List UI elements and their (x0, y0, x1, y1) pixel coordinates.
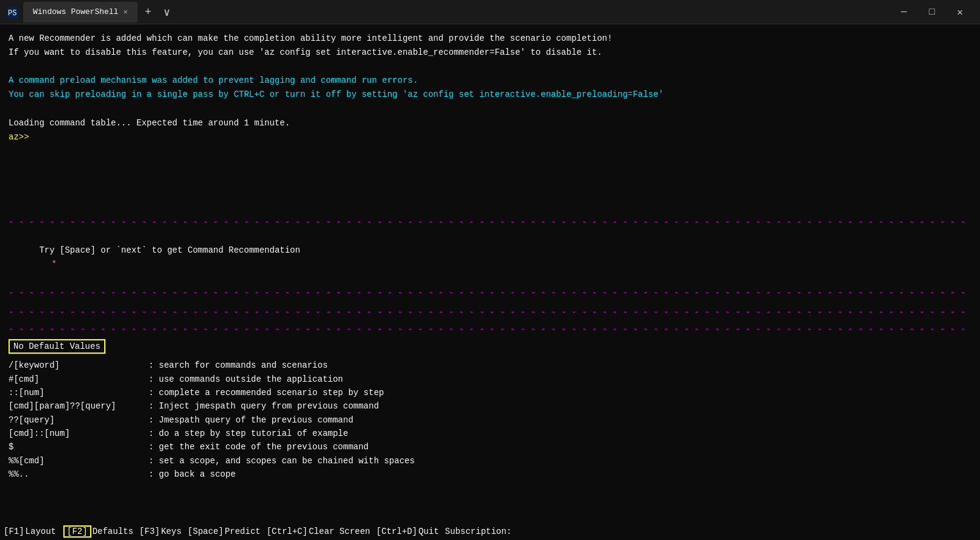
tab-container: Windows PowerShell ✕ + ∨ (23, 2, 175, 23)
predict-label: Predict (225, 527, 261, 536)
f1-key: [F1] (4, 527, 24, 536)
layout-label: Layout (26, 527, 56, 536)
f3-key: [F3] (139, 527, 160, 536)
svg-text:PS: PS (8, 9, 16, 18)
help-key-2: ::[num] (9, 386, 149, 399)
help-desc-7: : set a scope, and scopes can be chained… (149, 454, 415, 468)
recommendation-line: Try [Space] or `next` to get Command Rec… (9, 230, 971, 286)
separator-line-2: - - - - - - - - - - - - - - - - - - - - … (9, 288, 971, 298)
help-row-1: #[cmd] : use commands outside the applic… (9, 373, 971, 386)
help-desc-1: : use commands outside the application (149, 373, 343, 386)
separator-area-2: - - - - - - - - - - - - - - - - - - - - … (9, 307, 971, 317)
help-row-3: [cmd][param]??[query] : Inject jmespath … (9, 399, 971, 413)
ctrld-key: [Ctrl+D] (376, 527, 417, 536)
help-desc-0: : search for commands and scenarios (149, 359, 328, 372)
title-bar-left: PS Windows PowerShell ✕ + ∨ (6, 2, 890, 23)
no-defaults-section: - - - - - - - - - - - - - - - - - - - - … (9, 324, 971, 482)
space-key: [Space] (188, 527, 224, 536)
help-row-5: [cmd]::[num] : do a step by step tutoria… (9, 427, 971, 440)
defaults-label: Defaults (93, 527, 133, 536)
powershell-icon: PS (6, 6, 18, 18)
maximize-button[interactable]: □ (918, 0, 946, 24)
ctrlc-key: [Ctrl+C] (267, 527, 308, 536)
help-key-7: %%[cmd] (9, 454, 149, 468)
terminal-area[interactable]: A new Recommender is added which can mak… (0, 24, 980, 540)
help-key-1: #[cmd] (9, 373, 149, 386)
separator-line-1: - - - - - - - - - - - - - - - - - - - - … (9, 217, 971, 227)
help-table: /[keyword] : search for commands and sce… (9, 359, 971, 482)
star-indicator: * (51, 259, 56, 269)
help-desc-5: : do a step by step tutorial of example (149, 427, 348, 440)
help-key-6: $ (9, 440, 149, 454)
terminal-line-3 (9, 60, 971, 74)
terminal-prompt: az>> (9, 130, 971, 144)
quit-label: Quit (418, 527, 439, 536)
terminal-line-7: Loading command table... Expected time a… (9, 116, 971, 130)
tab-close-button[interactable]: ✕ (123, 7, 127, 16)
new-tab-button[interactable]: + (140, 6, 157, 18)
help-row-6: $ : get the exit code of the previous co… (9, 440, 971, 454)
close-window-button[interactable]: ✕ (946, 0, 974, 24)
help-row-7: %%[cmd] : set a scope, and scopes can be… (9, 454, 971, 468)
separator-line-3: - - - - - - - - - - - - - - - - - - - - … (9, 307, 971, 317)
help-key-4: ??[query] (9, 413, 149, 427)
terminal-line-2: If you want to disable this feature, you… (9, 46, 971, 60)
subscription-label: Subscription: (445, 527, 512, 536)
keys-label: Keys (161, 527, 182, 536)
help-key-0: /[keyword] (9, 359, 149, 372)
status-bar: [F1] Layout [F2] Defaults [F3] Keys [Spa… (0, 523, 980, 540)
title-bar: PS Windows PowerShell ✕ + ∨ ─ □ ✕ (0, 0, 980, 24)
separator-area-1: - - - - - - - - - - - - - - - - - - - - … (9, 217, 971, 298)
tab-label: Windows PowerShell (33, 7, 118, 16)
help-desc-8: : go back a scope (149, 468, 236, 481)
help-desc-2: : complete a recommended scenario step b… (149, 386, 384, 399)
separator-line-4: - - - - - - - - - - - - - - - - - - - - … (9, 324, 971, 334)
help-key-5: [cmd]::[num] (9, 427, 149, 440)
terminal-line-4: A command preload mechanism was added to… (9, 74, 971, 88)
clear-label: Clear Screen (309, 527, 370, 536)
help-row-2: ::[num] : complete a recommended scenari… (9, 386, 971, 399)
terminal-line-6 (9, 102, 971, 116)
no-default-values-label: No Default Values (9, 339, 105, 354)
window-controls: ─ □ ✕ (890, 0, 974, 24)
tab-chevron-button[interactable]: ∨ (158, 5, 175, 19)
terminal-line-1: A new Recommender is added which can mak… (9, 32, 971, 46)
help-row-8: %%.. : go back a scope (9, 468, 971, 481)
help-key-8: %%.. (9, 468, 149, 481)
f2-key-boxed[interactable]: [F2] (63, 525, 91, 538)
help-row-0: /[keyword] : search for commands and sce… (9, 359, 971, 372)
help-key-3: [cmd][param]??[query] (9, 399, 149, 413)
powershell-tab[interactable]: Windows PowerShell ✕ (23, 2, 138, 23)
help-desc-6: : get the exit code of the previous comm… (149, 440, 368, 454)
terminal-line-5: You can skip preloading in a single pass… (9, 88, 971, 102)
help-row-4: ??[query] : Jmespath query of the previo… (9, 413, 971, 427)
help-desc-3: : Inject jmespath query from previous co… (149, 399, 379, 413)
minimize-button[interactable]: ─ (890, 0, 918, 24)
help-desc-4: : Jmespath query of the previous command (149, 413, 353, 427)
